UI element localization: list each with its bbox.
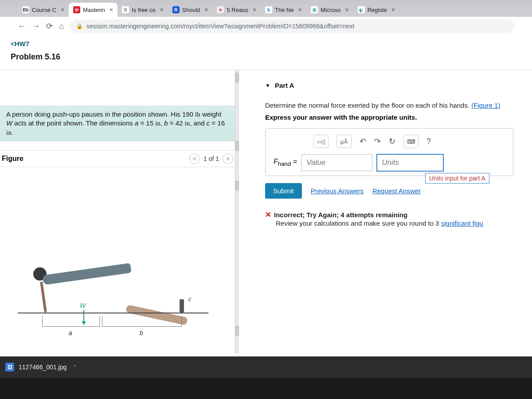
dim-b-label: b [140, 329, 143, 336]
figure-pager-label: 1 of 1 [203, 155, 219, 162]
tab-favicon: R [172, 6, 180, 13]
url-text: session.masteringengineering.com/myct/it… [86, 23, 354, 30]
figure-next-button[interactable]: > [223, 153, 233, 164]
back-to-assignment-link[interactable]: <HW7 [11, 40, 29, 47]
browser-tab[interactable]: BbCourse C× [18, 3, 69, 17]
back-button[interactable]: ← [18, 22, 26, 31]
forward-button[interactable]: → [32, 22, 40, 31]
tab-favicon: B [122, 6, 129, 13]
address-bar[interactable]: 🔒 session.masteringengineering.com/myct/… [70, 20, 514, 33]
browser-tab[interactable]: ⟳Masterin× [69, 3, 117, 17]
tab-label: Course C [32, 7, 56, 13]
submit-button[interactable]: Submit [265, 183, 302, 199]
units-tooltip: Units input for part A [425, 173, 489, 184]
download-shelf: 🖼 1127466_001.jpg ˄ [0, 356, 532, 378]
units-input[interactable] [377, 154, 443, 171]
tab-label: Is free co [132, 7, 155, 13]
download-chevron-icon[interactable]: ˄ [74, 364, 77, 371]
incorrect-icon: ✕ [265, 211, 271, 219]
tab-favicon: ⊞ [311, 6, 318, 13]
tab-label: Masterin [83, 7, 105, 13]
close-icon[interactable]: × [110, 6, 113, 13]
variable-label: Fhand = [274, 158, 297, 167]
browser-tab[interactable]: BIs free co× [117, 3, 168, 17]
tab-label: Should [182, 7, 200, 13]
browser-tab[interactable]: ◐Registe× [353, 3, 399, 17]
file-icon: 🖼 [5, 363, 14, 372]
sigfig-link[interactable]: significant figu [441, 219, 483, 227]
request-answer-link[interactable]: Request Answer [372, 187, 421, 195]
tab-label: The Ne [275, 7, 294, 13]
close-icon[interactable]: × [204, 6, 208, 13]
tab-label: 5 Reaso [227, 7, 248, 13]
tab-label: Registe [368, 7, 387, 13]
collapse-part-icon[interactable]: ▼ [265, 82, 270, 89]
tab-favicon: Bb [22, 6, 29, 13]
reset-button[interactable]: ↻ [389, 137, 395, 146]
tab-favicon: b [265, 6, 272, 13]
part-prompt: Determine the normal force exerted by th… [265, 102, 532, 109]
close-icon[interactable]: × [61, 6, 64, 13]
figure-heading: Figure [2, 155, 23, 163]
browser-tab[interactable]: RShould× [168, 3, 213, 17]
tab-label: Microso [321, 7, 341, 13]
dim-a-label: a [69, 329, 72, 336]
browser-tab[interactable]: ⊞Microso× [306, 3, 353, 17]
home-button[interactable]: ⌂ [59, 22, 64, 31]
problem-stem: A person doing push-ups pauses in the po… [0, 106, 235, 141]
part-label: Part A [275, 82, 294, 89]
download-filename: 1127466_001.jpg [19, 364, 66, 371]
figure-prev-button[interactable]: < [189, 153, 200, 164]
tab-favicon: ✦ [217, 6, 224, 13]
help-button[interactable]: ? [426, 137, 431, 146]
redo-button[interactable]: ↷ [374, 137, 381, 146]
tab-favicon: ◐ [358, 6, 365, 13]
answer-instruction: Express your answer with the appropriate… [265, 113, 532, 121]
answer-box: ▭▯ μÅ ↶ ↷ ↻ ⌨ ? Fhand = Units input for … [265, 128, 513, 176]
dim-c-label: c [188, 296, 192, 302]
template-tool-button[interactable]: ▭▯ [313, 135, 329, 148]
value-input[interactable] [301, 154, 372, 171]
close-icon[interactable]: × [253, 6, 256, 13]
close-icon[interactable]: × [391, 6, 395, 13]
close-icon[interactable]: × [298, 6, 302, 13]
figure-image: W a b c [0, 167, 235, 353]
feedback-block: ✕Incorrect; Try Again; 4 attempts remain… [265, 210, 532, 227]
lock-icon: 🔒 [76, 23, 83, 29]
reload-button[interactable]: ⟳ [46, 21, 53, 31]
symbols-tool-button[interactable]: μÅ [336, 135, 352, 148]
keyboard-button[interactable]: ⌨ [403, 135, 419, 148]
figure-link[interactable]: (Figure 1) [471, 102, 500, 109]
previous-answers-link[interactable]: Previous Answers [311, 187, 364, 195]
pane-resize-handle[interactable] [235, 70, 239, 353]
problem-title: Problem 5.16 [0, 48, 532, 70]
close-icon[interactable]: × [160, 6, 164, 13]
tab-favicon: ⟳ [73, 6, 80, 13]
browser-tab[interactable]: ✦5 Reaso× [212, 3, 261, 17]
close-icon[interactable]: × [345, 6, 348, 13]
browser-tab[interactable]: bThe Ne× [261, 3, 306, 17]
undo-button[interactable]: ↶ [360, 137, 366, 146]
download-item[interactable]: 🖼 1127466_001.jpg ˄ [5, 363, 77, 372]
